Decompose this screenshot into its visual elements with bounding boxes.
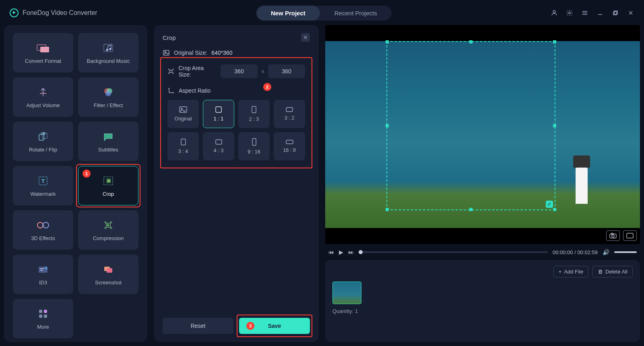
delete-all-button[interactable]: 🗑Delete All	[592, 266, 633, 278]
reset-button[interactable]: Reset	[163, 318, 233, 334]
tab-recent-projects[interactable]: Recent Projects	[320, 6, 392, 21]
svg-point-26	[37, 222, 43, 228]
volume-slider[interactable]	[614, 251, 637, 253]
tool-label: More	[37, 324, 49, 330]
trash-icon: 🗑	[598, 269, 603, 275]
svg-rect-42	[170, 70, 172, 73]
crop-handle-bottom-mid[interactable]	[469, 208, 473, 211]
tool-watermark[interactable]: T Watermark	[13, 166, 73, 205]
crop-confirm-icon[interactable]: ✓	[546, 201, 553, 208]
svg-rect-38	[39, 315, 42, 318]
svg-point-25	[107, 179, 110, 182]
svg-text:T: T	[41, 178, 45, 184]
tool-label: Convert Format	[25, 58, 61, 64]
crop-icon	[101, 175, 116, 187]
tool-filter-effect[interactable]: Filter / Effect	[78, 77, 138, 117]
prev-frame-button[interactable]: ⏮	[328, 249, 334, 255]
ratio-label: 1 : 1	[214, 116, 223, 122]
tool-more[interactable]: More	[13, 299, 73, 338]
video-preview[interactable]: ✓	[325, 25, 640, 244]
tab-new-project[interactable]: New Project	[256, 6, 320, 21]
ratio-original[interactable]: Original	[167, 100, 199, 128]
settings-icon[interactable]	[566, 9, 573, 17]
crop-handle-bottom-right[interactable]	[553, 208, 556, 211]
svg-rect-18	[39, 135, 44, 140]
title-bar: FoneDog Video Converter New Project Rece…	[4, 4, 640, 22]
tool-label: Subtitles	[98, 147, 118, 153]
play-button[interactable]: ▶	[339, 249, 343, 255]
svg-rect-37	[44, 310, 47, 313]
progress-bar[interactable]	[359, 251, 548, 253]
svg-point-0	[553, 10, 555, 13]
crop-handle-mid-right[interactable]	[553, 124, 556, 127]
video-thumbnail[interactable]	[332, 282, 361, 304]
watermark-icon: T	[36, 175, 50, 187]
crop-handle-mid-left[interactable]	[386, 124, 389, 127]
crop-handle-top-left[interactable]	[386, 40, 389, 44]
aspect-ratio-row: Aspect Ratio	[167, 87, 305, 94]
volume-icon[interactable]: 🔊	[603, 249, 609, 255]
tool-convert-format[interactable]: Convert Format	[13, 33, 73, 73]
close-button[interactable]	[627, 9, 634, 17]
tool-3d-effects[interactable]: 3D Effects	[13, 210, 73, 250]
project-tabs: New Project Recent Projects	[256, 6, 392, 21]
crop-handle-bottom-left[interactable]	[386, 208, 389, 211]
svg-rect-11	[40, 47, 49, 52]
svg-rect-6	[613, 12, 617, 15]
menu-icon[interactable]	[581, 9, 588, 17]
app-logo-icon	[10, 8, 19, 17]
tool-label: Adjust Volume	[26, 102, 60, 108]
camera-icon[interactable]	[606, 230, 620, 241]
filter-icon	[101, 86, 116, 98]
ratio-16-9[interactable]: 16 : 9	[274, 132, 305, 160]
ratio-9-16[interactable]: 9 : 16	[238, 132, 270, 160]
crop-width-input[interactable]	[221, 64, 258, 78]
account-icon[interactable]	[551, 9, 558, 17]
ratio-3-2[interactable]: 3 : 2	[274, 100, 305, 128]
svg-rect-43	[180, 107, 187, 112]
tool-background-music[interactable]: Background Music	[78, 33, 138, 73]
tool-id3[interactable]: ID3	[13, 255, 73, 294]
tool-adjust-volume[interactable]: Adjust Volume	[13, 77, 73, 117]
subtitles-icon	[101, 131, 116, 143]
ratio-4-3[interactable]: 4 : 3	[203, 132, 234, 160]
music-icon	[101, 42, 116, 54]
maximize-button[interactable]	[612, 9, 619, 17]
fullscreen-icon[interactable]	[623, 230, 637, 241]
ratio-label: 3 : 4	[178, 149, 188, 154]
minimize-button[interactable]	[597, 9, 604, 17]
annotation-badge-1: 1	[83, 170, 91, 178]
next-frame-button[interactable]: ⏭	[348, 249, 354, 255]
tool-label: Watermark	[30, 191, 56, 197]
rotate-icon	[36, 131, 50, 143]
app-brand: FoneDog Video Converter	[10, 8, 97, 17]
tool-label: Compression	[93, 235, 124, 241]
close-panel-button[interactable]: ✕	[301, 33, 310, 42]
svg-rect-45	[216, 107, 221, 112]
svg-rect-49	[216, 140, 222, 144]
crop-panel-title: Crop	[163, 34, 176, 41]
tool-rotate-flip[interactable]: Rotate / Flip	[13, 122, 73, 161]
svg-rect-7	[614, 11, 617, 14]
tool-screenshot[interactable]: Screenshot	[78, 255, 138, 294]
aspect-ratio-icon	[167, 87, 175, 94]
file-list-area: +Add File 🗑Delete All Quantity: 1	[325, 260, 640, 342]
tool-subtitles[interactable]: Subtitles	[78, 122, 138, 161]
tool-compression[interactable]: Compression	[78, 210, 138, 250]
svg-point-1	[569, 12, 571, 14]
progress-knob[interactable]	[359, 250, 363, 254]
tool-label: Screenshot	[95, 280, 122, 286]
tool-crop[interactable]: Crop 1	[78, 166, 138, 205]
annotation-badge-2: 2	[263, 83, 271, 91]
svg-rect-48	[181, 139, 186, 145]
crop-handle-top-right[interactable]	[553, 40, 556, 44]
app-title: FoneDog Video Converter	[23, 9, 97, 17]
ratio-1-1[interactable]: 1 : 1	[203, 100, 234, 128]
crop-height-input[interactable]	[268, 64, 305, 78]
svg-rect-50	[252, 139, 256, 145]
add-file-button[interactable]: +Add File	[553, 266, 588, 278]
crop-handle-top-mid[interactable]	[469, 40, 473, 44]
ratio-2-3[interactable]: 2 : 3	[238, 100, 270, 128]
ratio-3-4[interactable]: 3 : 4	[167, 132, 199, 160]
crop-selection-box[interactable]: ✓	[386, 41, 555, 210]
